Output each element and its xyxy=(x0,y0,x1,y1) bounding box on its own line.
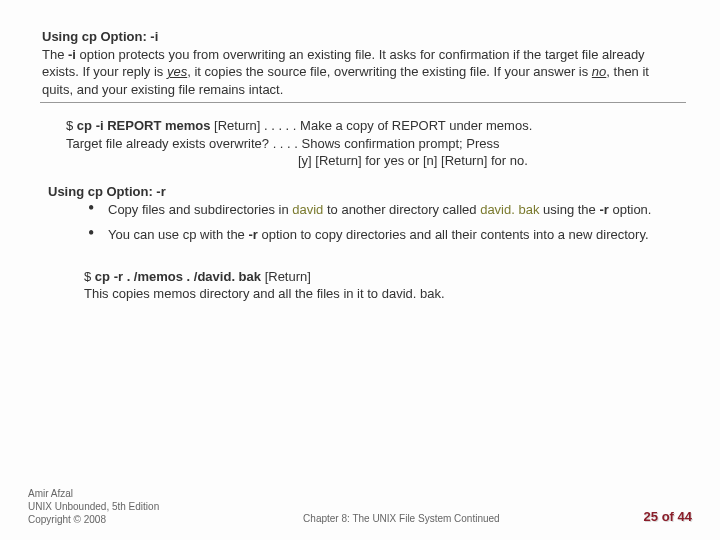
dir-david-bak: david. bak xyxy=(480,202,539,217)
bullet-1: • Copy files and subdirectories in david… xyxy=(48,201,678,219)
prompt: $ xyxy=(84,269,95,284)
text: option. xyxy=(609,202,652,217)
bullet-icon: • xyxy=(48,201,108,215)
copyright: Copyright © 2008 xyxy=(28,514,106,525)
example-r: $ cp -r . /memos . /david. bak [Return] … xyxy=(48,250,678,317)
text: [Return] xyxy=(261,269,311,284)
section-cp-i: Using cp Option: -i The -i option protec… xyxy=(42,28,678,184)
prompt: $ xyxy=(66,118,77,133)
heading-i: Using cp Option: -i xyxy=(42,29,158,44)
text: This copies memos directory and all the … xyxy=(84,286,445,301)
page-number: 25 of 44 xyxy=(644,509,692,526)
footer: Amir Afzal UNIX Unbounded, 5th Edition C… xyxy=(0,487,720,526)
author: Amir Afzal xyxy=(28,488,73,499)
word-no: no xyxy=(592,64,606,79)
text: option to copy directories and all their… xyxy=(258,227,649,242)
text: using the xyxy=(539,202,599,217)
dir-david: david xyxy=(292,202,323,217)
book-title: UNIX Unbounded, 5th Edition xyxy=(28,501,159,512)
text: to another directory called xyxy=(323,202,480,217)
section-cp-r: Using cp Option: -r • Copy files and sub… xyxy=(42,184,678,317)
example-i: $ cp -i REPORT memos [Return] . . . . . … xyxy=(42,103,678,184)
bullet-icon: • xyxy=(48,226,108,240)
option-r: -r xyxy=(248,227,257,242)
text: The xyxy=(42,47,68,62)
command: cp -i REPORT memos xyxy=(77,118,211,133)
heading-r: Using cp Option: -r xyxy=(48,184,678,199)
text: , it copies the source file, overwriting… xyxy=(187,64,592,79)
text: Target file already exists overwrite? . … xyxy=(66,136,500,151)
option-r: -r xyxy=(599,202,608,217)
text: [Return] . . . . . Make a copy of REPORT… xyxy=(210,118,532,133)
option-i: -i xyxy=(68,47,76,62)
bullet-2: • You can use cp with the -r option to c… xyxy=(48,226,678,244)
word-yes: yes xyxy=(167,64,187,79)
slide-content: Using cp Option: -i The -i option protec… xyxy=(0,0,720,317)
text: Copy files and subdirectories in xyxy=(108,202,292,217)
command: cp -r . /memos . /david. bak xyxy=(95,269,261,284)
footer-author: Amir Afzal UNIX Unbounded, 5th Edition C… xyxy=(28,487,159,526)
footer-chapter: Chapter 8: The UNIX File System Continue… xyxy=(159,513,643,526)
text: [y] [Return] for yes or [n] [Return] for… xyxy=(66,152,528,170)
text: You can use cp with the xyxy=(108,227,248,242)
